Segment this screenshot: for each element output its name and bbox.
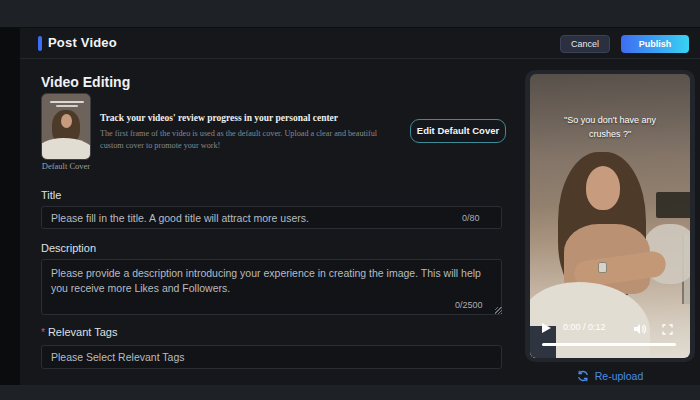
description-label: Description bbox=[41, 242, 96, 254]
video-caption-line2: crushes ?" bbox=[530, 128, 690, 142]
tags-label: *Relevant Tags bbox=[41, 326, 117, 338]
page-title: Post Video bbox=[48, 35, 117, 50]
subject-face bbox=[586, 166, 620, 210]
description-textarea[interactable] bbox=[41, 259, 502, 315]
tags-label-text: Relevant Tags bbox=[48, 326, 118, 338]
title-accent-bar bbox=[38, 36, 42, 51]
relevant-tags-select[interactable] bbox=[41, 345, 502, 369]
fullscreen-icon[interactable] bbox=[662, 321, 673, 339]
cover-headline: Track your videos' review progress in yo… bbox=[100, 113, 338, 123]
background-tv bbox=[656, 192, 690, 218]
window-top-strip bbox=[0, 0, 700, 28]
play-icon[interactable] bbox=[542, 323, 551, 333]
publish-button[interactable]: Publish bbox=[621, 35, 689, 53]
reupload-label: Re-upload bbox=[595, 370, 643, 382]
thumb-face bbox=[61, 114, 72, 128]
title-input[interactable] bbox=[41, 206, 502, 229]
cancel-button[interactable]: Cancel bbox=[560, 35, 610, 53]
page-header: Post Video Cancel Publish bbox=[20, 28, 700, 59]
title-label: Title bbox=[41, 189, 61, 201]
thumb-caption-hint bbox=[50, 101, 84, 103]
bottom-edge-strip bbox=[0, 385, 700, 400]
refresh-icon bbox=[577, 370, 589, 382]
video-time: 0:00 / 0:12 bbox=[563, 322, 606, 332]
section-title: Video Editing bbox=[41, 74, 130, 90]
cover-subtext: The first frame of the video is used as … bbox=[100, 128, 400, 152]
required-asterisk: * bbox=[41, 327, 45, 338]
video-player[interactable]: "So you don't have any crushes ?" 0:00 /… bbox=[530, 74, 690, 358]
description-counter: 0/2500 bbox=[455, 300, 483, 310]
title-counter: 0/80 bbox=[462, 213, 480, 223]
thumb-duvet bbox=[41, 138, 91, 160]
thumb-caption-hint-2 bbox=[56, 105, 78, 107]
edit-default-cover-button[interactable]: Edit Default Cover bbox=[410, 119, 506, 143]
subject-watch bbox=[598, 262, 607, 273]
default-cover-thumbnail[interactable] bbox=[41, 93, 91, 160]
post-video-page: Post Video Cancel Publish Video Editing … bbox=[0, 0, 700, 400]
video-caption-line1: "So you don't have any bbox=[530, 114, 690, 128]
volume-icon[interactable] bbox=[634, 321, 647, 339]
left-edge-strip bbox=[0, 28, 20, 385]
default-cover-label: Default Cover bbox=[33, 161, 99, 171]
video-caption: "So you don't have any crushes ?" bbox=[530, 114, 690, 141]
video-progress-bar[interactable] bbox=[542, 343, 676, 346]
reupload-button[interactable]: Re-upload bbox=[525, 368, 695, 384]
resize-handle[interactable] bbox=[495, 307, 502, 314]
